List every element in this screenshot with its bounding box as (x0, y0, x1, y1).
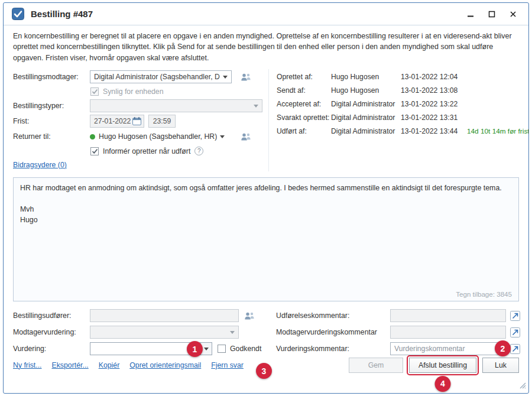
udforelseskommentar-label: Udførelseskommentar: (276, 311, 390, 320)
chevron-down-icon (223, 76, 228, 79)
returner-til-dropdown[interactable]: Hugo Hugosen (Sagsbehandler, HR) (90, 132, 232, 141)
bestilling-dialog: Bestilling #487 En koncernbestilling er … (3, 2, 529, 394)
bottom-right-form: Udførelseskommentar: Modtagervurderingsk… (268, 307, 520, 357)
status-name: Digital Administrator (331, 100, 401, 108)
open-editor-icon[interactable] (510, 327, 520, 337)
footer: Ny frist... Eksportér... Kopiér Opret or… (13, 357, 519, 373)
titlebar: Bestilling #487 (4, 3, 528, 25)
chars-remaining-counter: Tegn tilbage: 3845 (456, 290, 512, 298)
godkendt-label: Godkendt (230, 345, 261, 353)
gem-button[interactable]: Gem (349, 358, 403, 373)
udforelseskommentar-field[interactable] (390, 309, 506, 322)
recipient-row: Bestillingsmodtager: Digital Administrat… (13, 69, 268, 85)
ny-frist-link[interactable]: Ny frist... (13, 361, 42, 369)
order-types-row: Bestillingstyper: (13, 98, 268, 113)
fjern-svar-link[interactable]: Fjern svar (211, 361, 244, 369)
top-section: Bestillingsmodtager: Digital Administrat… (4, 66, 528, 171)
bestillingsmodtager-label: Bestillingsmodtager: (13, 73, 90, 81)
frist-date-value: 27-01-2022 (94, 117, 132, 125)
frist-time-field[interactable]: 23:59 (148, 115, 176, 128)
bestillingsudforer-label: Bestillingsudfører: (13, 311, 90, 320)
opret-orienteringsmail-link[interactable]: Opret orienteringsmail (129, 361, 201, 369)
afslut-bestilling-button[interactable]: Afslut bestilling (409, 358, 476, 373)
chevron-down-icon (204, 348, 209, 350)
rating-comment-row: Vurderingskommentar: 2 (276, 340, 520, 357)
bestillingsmodtager-value: Digital Administrator (Sagsbehandler, Di… (94, 73, 220, 81)
eksporter-link[interactable]: Eksportér... (52, 361, 89, 369)
help-icon[interactable]: ? (194, 147, 203, 155)
people-picker-icon[interactable] (240, 73, 252, 82)
vurdering-label: Vurdering: (13, 345, 90, 353)
status-timestamp: 13-01-2022 13:44 (401, 127, 467, 135)
annotation-badge-3: 3 (256, 363, 272, 379)
frist-time-value: 23:59 (153, 117, 171, 125)
kopier-link[interactable]: Kopiér (99, 361, 120, 369)
bestillingsmodtager-dropdown[interactable]: Digital Administrator (Sagsbehandler, Di… (90, 70, 232, 83)
status-timestamp: 13-01-2022 13:22 (401, 100, 467, 108)
status-row-sendt: Sendt af: Hugo Hugosen 13-01-2022 13:08 (277, 83, 529, 97)
annotation-badge-4: 4 (434, 376, 450, 392)
bestillingstyper-label: Bestillingstyper: (13, 102, 90, 110)
status-row-oprettet: Oprettet af: Hugo Hugosen 13-01-2022 12:… (277, 70, 529, 83)
status-name: Hugo Hugosen (331, 73, 401, 81)
informer-opretter-checkbox[interactable] (90, 147, 99, 155)
status-label: Oprettet af: (277, 73, 331, 81)
execution-comment-row: Udførelseskommentar: (276, 307, 520, 324)
maximize-button[interactable] (485, 8, 499, 21)
modtagervurdering-label: Modtagervurdering: (13, 328, 90, 336)
footer-links: Ny frist... Eksportér... Kopiér Opret or… (13, 357, 272, 373)
open-editor-icon[interactable] (510, 344, 520, 354)
status-label: Sendt af: (277, 86, 331, 95)
visible-for-unit-row: Synlig for enheden (90, 85, 268, 98)
status-name: Digital Administrator (331, 113, 401, 122)
status-name: Digital Administrator (331, 127, 401, 135)
executor-row: Bestillingsudfører: (13, 307, 268, 324)
godkendt-checkbox[interactable] (218, 345, 226, 353)
informer-opretter-label: Informér opretter når udført (103, 147, 190, 155)
return-to-row: Returner til: Hugo Hugosen (Sagsbehandle… (13, 129, 268, 144)
bestillingstyper-dropdown[interactable] (90, 99, 262, 112)
frist-date-field[interactable]: 27-01-2022 (90, 115, 144, 128)
bottom-left-form: Bestillingsudfører: Modtagervurdering: V… (13, 307, 268, 357)
status-panel: Oprettet af: Hugo Hugosen 13-01-2022 12:… (268, 69, 529, 171)
rating-row: Vurdering: 1 Godkendt (13, 340, 268, 357)
window-title: Bestilling #487 (31, 9, 93, 19)
frist-label: Frist: (13, 117, 90, 125)
open-editor-icon[interactable] (510, 311, 520, 321)
modtagervurderingskommentar-label: Modtagervurderingskommentar (276, 328, 390, 336)
status-timestamp: 13-01-2022 12:04 (401, 73, 467, 81)
footer-buttons: Gem Afslut bestilling 4 Luk (349, 358, 519, 373)
resize-grip[interactable] (518, 381, 526, 391)
order-form: Bestillingsmodtager: Digital Administrat… (13, 69, 268, 171)
vurderingskommentar-input[interactable] (390, 342, 506, 355)
status-row-udfort: Udført af: Digital Administrator 13-01-2… (277, 124, 529, 138)
synlig-for-enheden-checkbox[interactable] (90, 87, 99, 96)
notify-creator-row: Informér opretter når udført ? (90, 144, 268, 158)
people-picker-icon[interactable] (240, 132, 252, 141)
deadline-row: Frist: 27-01-2022 23:59 (13, 113, 268, 129)
contributors-row: Bidragsydere (0) (13, 158, 268, 171)
minimize-button[interactable] (463, 8, 478, 21)
bottom-section: Bestillingsudfører: Modtagervurdering: V… (13, 307, 519, 357)
bestillingsudforer-field[interactable] (90, 309, 239, 322)
bidragsydere-link[interactable]: Bidragsydere (0) (13, 161, 67, 169)
calendar-icon[interactable] (132, 117, 141, 125)
synlig-for-enheden-label: Synlig for enheden (103, 87, 164, 96)
status-label: Udført af: (277, 127, 331, 135)
close-button[interactable] (506, 8, 520, 21)
modtagervurderingskommentar-field[interactable] (390, 326, 506, 339)
presence-dot-icon (90, 134, 95, 139)
message-text: HR har modtaget en anmodning om aktindsi… (20, 183, 512, 226)
receiver-rating-comment-row: Modtagervurderingskommentar (276, 324, 520, 340)
luk-button[interactable]: Luk (482, 358, 519, 373)
people-picker-icon[interactable] (244, 311, 255, 320)
status-label: Svarakt oprettet: (277, 113, 331, 122)
vurdering-dropdown[interactable]: 1 (90, 342, 212, 355)
status-timestamp: 13-01-2022 13:31 (401, 113, 467, 122)
modtagervurdering-dropdown[interactable] (90, 326, 239, 339)
bestilling-checkbox-icon (12, 8, 24, 20)
chevron-down-icon (254, 105, 258, 108)
returner-til-value: Hugo Hugosen (Sagsbehandler, HR) (99, 132, 217, 141)
message-textarea[interactable]: HR har modtaget en anmodning om aktindsi… (13, 177, 519, 301)
status-timestamp: 13-01-2022 13:08 (401, 86, 467, 95)
